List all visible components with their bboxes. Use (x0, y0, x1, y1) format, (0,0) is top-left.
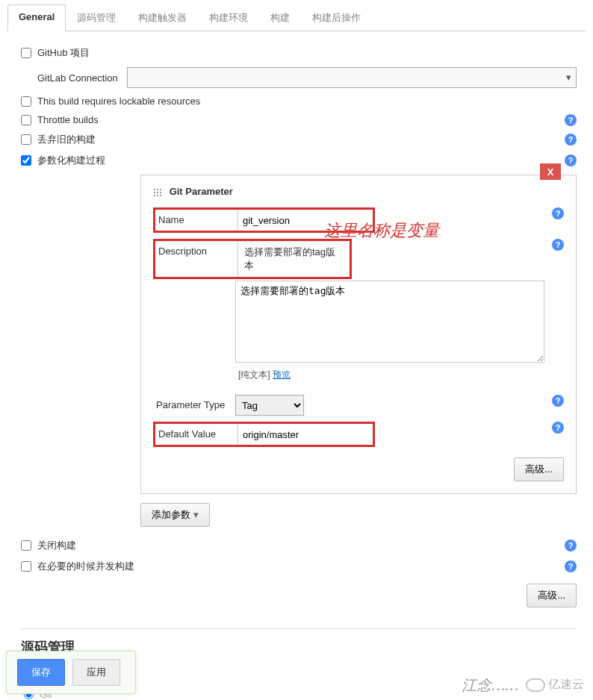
tab-post[interactable]: 构建后操作 (301, 4, 372, 31)
watermark-logo: 亿速云 (526, 677, 584, 693)
advanced-button[interactable]: 高级... (527, 584, 577, 607)
advanced-button[interactable]: 高级... (514, 457, 564, 481)
plaintext-label: [纯文本] (238, 369, 270, 380)
concurrent-label: 在必要的时候并发构建 (37, 560, 134, 573)
apply-button[interactable]: 应用 (72, 659, 120, 686)
parameter-heading-text: Git Parameter (170, 186, 233, 197)
throttle-checkbox[interactable] (21, 115, 31, 125)
lockable-checkbox[interactable] (21, 96, 31, 107)
description-textarea-row: 选择需要部署的tag版本 (153, 281, 564, 363)
name-input[interactable] (237, 210, 373, 231)
lockable-label: This build requires lockable resources (37, 96, 200, 107)
parameter-type-row: Parameter Type Tag ? (153, 395, 564, 416)
tab-scm[interactable]: 源码管理 (66, 4, 127, 31)
description-preview-snippet: 选择需要部署的tag版本 (237, 241, 350, 277)
tab-env[interactable]: 构建环境 (198, 4, 259, 31)
parameter-title: Git Parameter (153, 186, 564, 197)
help-icon[interactable]: ? (552, 395, 564, 407)
help-icon[interactable]: ? (552, 207, 564, 219)
disable-build-row: 关闭构建 ? (21, 539, 577, 552)
lockable-row: This build requires lockable resources (21, 96, 577, 107)
watermark-signature: 江念…… (462, 675, 518, 696)
spacer (153, 281, 235, 290)
delete-parameter-button[interactable]: X (540, 163, 561, 180)
watermark-brand-text: 亿速云 (548, 677, 584, 693)
divider (21, 628, 577, 629)
drag-handle-icon[interactable] (153, 188, 162, 197)
throttle-row: Throttle builds ? (21, 114, 577, 125)
tab-general[interactable]: General (7, 4, 66, 31)
concurrent-checkbox[interactable] (21, 561, 31, 572)
default-value-row: Default Value ? (153, 422, 564, 447)
help-icon[interactable]: ? (552, 239, 564, 251)
parameterized-row: 参数化构建过程 ? (21, 154, 577, 167)
help-icon[interactable]: ? (552, 422, 564, 434)
description-label: Description (155, 241, 237, 277)
default-value-label: Default Value (155, 424, 237, 445)
gitlab-connection-row: GitLab Connection (21, 67, 577, 88)
general-advanced-row: 高级... (21, 584, 577, 607)
footer-action-bar: 保存 应用 (6, 651, 136, 694)
throttle-label: Throttle builds (37, 114, 99, 125)
description-field-row: Description 选择需要部署的tag版本 ? (153, 239, 564, 279)
disable-build-checkbox[interactable] (21, 540, 31, 551)
tab-triggers[interactable]: 构建触发器 (127, 4, 198, 31)
description-textarea[interactable]: 选择需要部署的tag版本 (235, 281, 544, 363)
parameter-section: X Git Parameter Name ? Description 选择需要部… (140, 175, 577, 494)
gitlab-connection-label: GitLab Connection (37, 72, 127, 84)
git-parameter-box: X Git Parameter Name ? Description 选择需要部… (140, 175, 577, 494)
preview-link[interactable]: 预览 (273, 369, 291, 380)
default-value-input[interactable] (237, 424, 373, 445)
disable-build-label: 关闭构建 (37, 539, 76, 552)
github-project-checkbox[interactable] (21, 48, 31, 58)
name-label: Name (155, 210, 237, 231)
help-icon[interactable]: ? (565, 560, 577, 572)
github-project-label: GitHub 项目 (37, 46, 90, 60)
parameterized-checkbox[interactable] (21, 155, 31, 166)
parameter-type-label: Parameter Type (153, 395, 235, 415)
add-parameter-button[interactable]: 添加参数 (140, 503, 210, 527)
discard-row: 丢弃旧的构建 ? (21, 133, 577, 146)
cloud-icon (526, 678, 545, 692)
gitlab-connection-select[interactable] (127, 67, 577, 88)
config-tabs: General 源码管理 构建触发器 构建环境 构建 构建后操作 (7, 1, 586, 31)
concurrent-row: 在必要的时候并发构建 ? (21, 560, 577, 573)
param-advanced-row: 高级... (153, 457, 564, 481)
tab-build[interactable]: 构建 (259, 4, 301, 31)
help-icon[interactable]: ? (565, 114, 577, 126)
name-field-row: Name ? (153, 207, 564, 233)
help-icon[interactable]: ? (565, 540, 577, 551)
description-hint: [纯文本] 预览 (238, 369, 564, 381)
parameterized-label: 参数化构建过程 (37, 154, 105, 167)
discard-checkbox[interactable] (21, 134, 31, 145)
help-icon[interactable]: ? (565, 134, 577, 146)
parameter-type-select[interactable]: Tag (235, 395, 304, 416)
discard-label: 丢弃旧的构建 (37, 133, 96, 146)
github-project-row: GitHub 项目 (21, 46, 577, 60)
help-icon[interactable]: ? (565, 154, 577, 166)
save-button[interactable]: 保存 (17, 659, 65, 686)
add-parameter-row: 添加参数 (140, 503, 577, 527)
